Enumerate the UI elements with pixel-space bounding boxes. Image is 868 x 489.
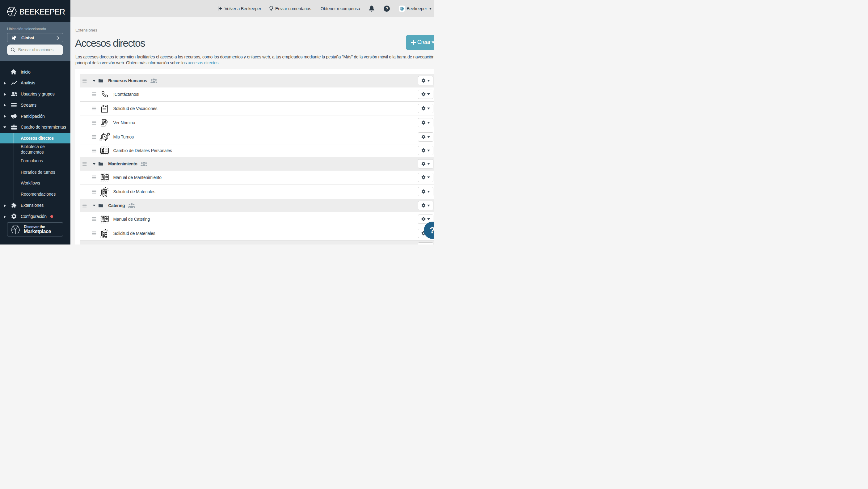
svg-text:?: ?: [385, 5, 388, 11]
